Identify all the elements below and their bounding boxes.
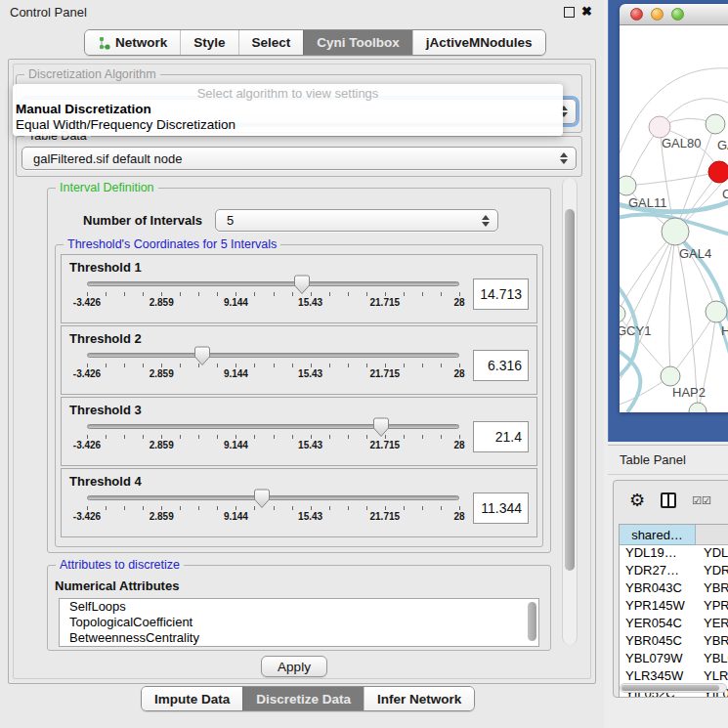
close-traffic-light-icon[interactable]: [630, 8, 643, 21]
tick-mark: [198, 506, 199, 510]
table-hscroll-thumb[interactable]: [621, 685, 719, 691]
cell-name: YPR1: [696, 598, 728, 616]
attributes-scrollbar[interactable]: [528, 602, 536, 641]
attribute-item-selfloops[interactable]: SelfLoops: [60, 599, 538, 615]
threshold-value-field[interactable]: 11.344: [473, 492, 529, 524]
network-node[interactable]: [620, 176, 636, 195]
slider-thumb[interactable]: [253, 489, 271, 509]
threshold-slider[interactable]: -3.4262.8599.14415.4321.71528: [87, 418, 459, 454]
tick-mark: [254, 364, 255, 367]
tick-label: 28: [453, 511, 464, 522]
column-header-shared[interactable]: shared…: [620, 525, 696, 545]
network-view-frame: GAL80GACGAL11GAL4GCY1HHAP2: [608, 0, 728, 442]
tab-style[interactable]: Style: [180, 30, 237, 55]
close-icon[interactable]: ✖: [581, 4, 592, 19]
panel-scrollbar[interactable]: [562, 178, 578, 645]
table-row[interactable]: YDL19…YDL1: [620, 545, 728, 563]
apply-button[interactable]: Apply: [261, 656, 327, 677]
tick-label: -3.426: [73, 297, 101, 308]
checkboxes-icon[interactable]: ☑☑: [692, 494, 711, 507]
tick-mark: [236, 506, 236, 510]
network-node[interactable]: [706, 301, 727, 322]
numerical-attributes-label: Numerical Attributes: [55, 578, 179, 593]
tick-label: -3.426: [73, 511, 101, 522]
algorithm-option-manual-discretization[interactable]: Manual Discretization: [13, 102, 563, 117]
split-columns-icon[interactable]: [661, 492, 676, 508]
tick-mark: [198, 435, 199, 439]
network-graph: GAL80GACGAL11GAL4GCY1HHAP2: [620, 25, 728, 412]
network-window-titlebar: [620, 4, 728, 25]
table-row[interactable]: YBR043CYBR0: [620, 580, 728, 598]
table-row[interactable]: YBL079WYBL0: [620, 651, 728, 668]
tick-mark: [236, 364, 236, 367]
network-node[interactable]: [708, 161, 728, 183]
slider-track[interactable]: [87, 353, 459, 358]
threshold-slider[interactable]: -3.4262.8599.14415.4321.71528: [87, 347, 459, 383]
threshold-slider[interactable]: -3.4262.8599.14415.4321.71528: [87, 276, 459, 312]
tick-label: 15.43: [298, 511, 322, 522]
cell-shared-name: YDR27…: [620, 563, 696, 580]
minimize-traffic-light-icon[interactable]: [651, 8, 664, 21]
tab-discretize-data[interactable]: Discretize Data: [242, 687, 364, 710]
tick-label: 2.859: [150, 511, 174, 522]
tick-mark: [161, 506, 162, 510]
gear-icon[interactable]: ⚙: [629, 492, 645, 509]
panel-scrollbar-thumb[interactable]: [565, 209, 575, 571]
table-data-combobox[interactable]: galFiltered.sif default node: [21, 147, 577, 170]
tick-mark: [87, 435, 88, 439]
network-canvas[interactable]: GAL80GACGAL11GAL4GCY1HHAP2: [620, 25, 728, 412]
table-row[interactable]: YDR27…YDR2: [620, 563, 728, 580]
cell-shared-name: YER054C: [620, 616, 696, 633]
tab-label: Select: [252, 35, 291, 50]
network-node[interactable]: [706, 114, 725, 134]
column-header-name[interactable]: na: [696, 525, 728, 545]
table-row[interactable]: YER054CYER0: [620, 616, 728, 633]
network-node[interactable]: [661, 366, 680, 386]
tick-mark: [274, 506, 275, 510]
tab-network[interactable]: Network: [85, 30, 180, 55]
float-icon[interactable]: [564, 7, 575, 18]
slider-tick-labels: -3.4262.8599.14415.4321.71528: [87, 511, 459, 524]
table-horizontal-scrollbar[interactable]: [620, 683, 727, 693]
tick-mark: [366, 364, 367, 367]
threshold-value-field[interactable]: 21.4: [473, 421, 529, 452]
numerical-attributes-list[interactable]: SelfLoopsTopologicalCoefficientBetweenne…: [59, 598, 539, 647]
table-row[interactable]: YBR045CYBR0: [620, 633, 728, 651]
table-row[interactable]: YPR145WYPR1: [620, 598, 728, 616]
tick-mark: [274, 292, 275, 296]
network-node[interactable]: [689, 403, 707, 412]
network-node[interactable]: [662, 218, 689, 245]
slider-track[interactable]: [87, 495, 459, 500]
slider-track[interactable]: [87, 424, 459, 429]
tick-label: 21.715: [370, 297, 401, 308]
threshold-label: Threshold 3: [69, 403, 529, 417]
tab-cyni-toolbox[interactable]: Cyni Toolbox: [303, 30, 412, 55]
threshold-value-field[interactable]: 6.316: [473, 350, 529, 381]
threshold-value-field[interactable]: 14.713: [473, 278, 529, 310]
group-label: Interval Definition: [56, 181, 158, 194]
network-node[interactable]: [620, 305, 625, 322]
zoom-traffic-light-icon[interactable]: [671, 8, 684, 21]
tick-label: 15.43: [298, 297, 322, 308]
control-panel-titlebar: Control Panel ✖: [0, 0, 604, 23]
tab-select[interactable]: Select: [238, 30, 304, 55]
network-node[interactable]: [649, 116, 670, 138]
slider-track[interactable]: [87, 281, 459, 286]
network-edge-highlighted[interactable]: [620, 348, 640, 412]
algorithm-option-equal-width-frequency-discretization[interactable]: Equal Width/Frequency Discretization: [13, 117, 563, 133]
threshold-slider[interactable]: -3.4262.8599.14415.4321.71528: [87, 490, 459, 526]
tab-impute-data[interactable]: Impute Data: [142, 687, 242, 710]
tick-label: 2.859: [150, 440, 174, 450]
slider-thumb[interactable]: [372, 417, 390, 438]
slider-thumb[interactable]: [293, 275, 311, 295]
slider-thumb[interactable]: [193, 346, 211, 366]
tab-infer-network[interactable]: Infer Network: [364, 687, 474, 710]
tick-mark: [106, 292, 107, 296]
tab-jactivemnodules[interactable]: jActiveMNodules: [412, 30, 545, 55]
cell-name: YBR0: [696, 580, 728, 598]
node-label: GAL11: [628, 195, 667, 210]
number-of-intervals-combobox[interactable]: 5: [215, 209, 498, 232]
attribute-item-betweennesscentrality[interactable]: BetweennessCentrality: [60, 630, 538, 646]
network-edge[interactable]: [626, 172, 719, 186]
attribute-item-topologicalcoefficient[interactable]: TopologicalCoefficient: [60, 615, 538, 630]
